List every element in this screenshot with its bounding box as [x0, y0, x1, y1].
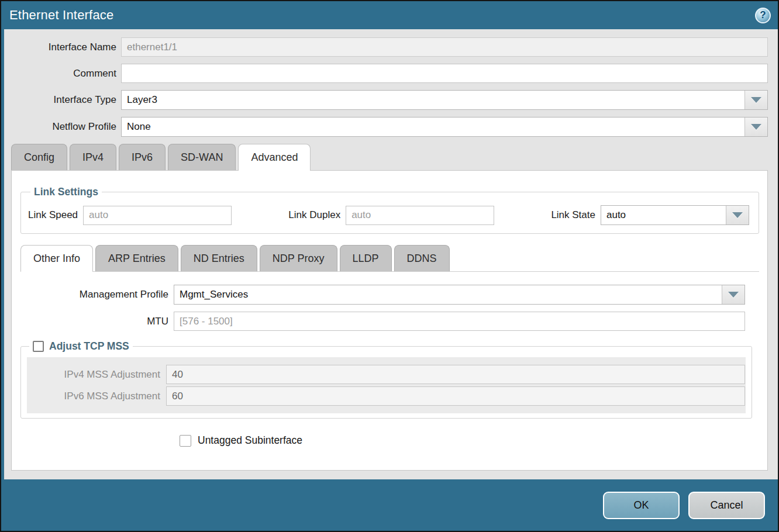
dialog-content: Interface Name Comment Interface Type La… — [4, 29, 778, 479]
tab-advanced[interactable]: Advanced — [238, 144, 311, 170]
interface-type-value: Layer3 — [122, 91, 744, 109]
link-duplex-group: Link Duplex — [288, 206, 494, 225]
tab-lldp[interactable]: LLDP — [340, 245, 392, 271]
interface-name-field — [121, 37, 768, 57]
netflow-profile-label: Netflow Profile — [11, 121, 121, 133]
adjust-tcp-mss-legend: Adjust TCP MSS — [29, 340, 133, 353]
mtu-label: MTU — [20, 316, 174, 327]
ipv4-mss-label: IPv4 MSS Adjustment — [27, 369, 166, 381]
untagged-subinterface-checkbox[interactable] — [180, 435, 191, 447]
netflow-profile-dropdown[interactable]: None — [121, 117, 768, 137]
link-speed-field[interactable] — [83, 206, 232, 225]
tab-arp-entries[interactable]: ARP Entries — [95, 245, 178, 271]
link-duplex-field[interactable] — [346, 206, 494, 225]
ipv6-mss-field — [166, 386, 745, 406]
chevron-down-icon — [751, 97, 761, 103]
management-profile-dropdown[interactable]: Mgmt_Services — [174, 285, 745, 305]
interface-type-row: Interface Type Layer3 — [11, 90, 768, 110]
tab-ddns[interactable]: DDNS — [394, 245, 450, 271]
dialog-title: Ethernet Interface — [9, 8, 113, 23]
link-state-dropdown-button[interactable] — [726, 206, 749, 224]
adjust-tcp-mss-label: Adjust TCP MSS — [49, 340, 129, 353]
management-profile-value: Mgmt_Services — [174, 285, 722, 304]
sub-tab-strip: Other Info ARP Entries ND Entries NDP Pr… — [20, 245, 759, 271]
netflow-profile-value: None — [122, 118, 744, 136]
tab-ipv6[interactable]: IPv6 — [119, 144, 166, 170]
tab-ndp-proxy[interactable]: NDP Proxy — [260, 245, 337, 271]
ipv4-mss-field — [166, 365, 745, 384]
main-tab-strip: Config IPv4 IPv6 SD-WAN Advanced — [11, 144, 768, 170]
advanced-tab-panel: Link Settings Link Speed Link Duplex Lin… — [11, 170, 768, 471]
chevron-down-icon — [732, 212, 743, 218]
adjust-tcp-mss-checkbox[interactable] — [33, 341, 44, 352]
adjust-tcp-mss-fieldset: Adjust TCP MSS IPv4 MSS Adjustment IPv6 … — [20, 340, 752, 419]
chevron-down-icon — [751, 124, 761, 130]
ipv6-mss-label: IPv6 MSS Adjustment — [27, 391, 166, 402]
mss-disabled-area: IPv4 MSS Adjustment IPv6 MSS Adjustment — [27, 357, 746, 413]
netflow-profile-row: Netflow Profile None — [11, 117, 768, 137]
interface-type-label: Interface Type — [11, 94, 121, 106]
link-speed-group: Link Speed — [28, 206, 232, 225]
link-settings-fieldset: Link Settings Link Speed Link Duplex Lin… — [20, 186, 759, 234]
link-state-value: auto — [601, 206, 726, 224]
chevron-down-icon — [728, 292, 739, 298]
help-icon[interactable]: ? — [755, 8, 771, 23]
management-profile-dropdown-button[interactable] — [722, 285, 744, 304]
management-profile-row: Management Profile Mgmt_Services — [20, 285, 752, 305]
title-bar: Ethernet Interface ? — [1, 1, 778, 29]
comment-label: Comment — [11, 68, 121, 80]
comment-field[interactable] — [121, 64, 768, 83]
tab-nd-entries[interactable]: ND Entries — [181, 245, 257, 271]
link-duplex-label: Link Duplex — [288, 209, 346, 221]
footer-bar: OK Cancel — [1, 479, 778, 531]
ipv6-mss-row: IPv6 MSS Adjustment — [27, 386, 745, 406]
mtu-row: MTU — [20, 312, 752, 331]
cancel-button[interactable]: Cancel — [688, 492, 765, 519]
tab-config[interactable]: Config — [11, 144, 67, 170]
link-state-dropdown[interactable]: auto — [601, 205, 749, 225]
link-speed-label: Link Speed — [28, 209, 83, 221]
interface-name-row: Interface Name — [11, 37, 768, 57]
ipv4-mss-row: IPv4 MSS Adjustment — [27, 365, 745, 384]
link-settings-row: Link Speed Link Duplex Link State auto — [28, 204, 752, 225]
tab-other-info[interactable]: Other Info — [20, 245, 93, 271]
mtu-field[interactable] — [174, 312, 745, 331]
link-state-label: Link State — [551, 209, 601, 221]
tab-ipv4[interactable]: IPv4 — [70, 144, 116, 170]
comment-row: Comment — [11, 64, 768, 83]
ok-button[interactable]: OK — [603, 492, 680, 519]
other-info-panel: Management Profile Mgmt_Services MTU Adj… — [20, 271, 759, 447]
tab-sdwan[interactable]: SD-WAN — [168, 144, 236, 170]
interface-type-dropdown-button[interactable] — [744, 91, 767, 109]
interface-type-dropdown[interactable]: Layer3 — [121, 90, 768, 110]
link-settings-legend: Link Settings — [30, 186, 102, 198]
interface-name-label: Interface Name — [11, 42, 121, 53]
untagged-subinterface-label: Untagged Subinterface — [198, 434, 302, 447]
link-state-group: Link State auto — [551, 205, 749, 225]
management-profile-label: Management Profile — [20, 289, 174, 300]
ethernet-interface-dialog: Ethernet Interface ? Interface Name Comm… — [0, 0, 779, 532]
netflow-profile-dropdown-button[interactable] — [744, 118, 767, 136]
untagged-subinterface-row: Untagged Subinterface — [180, 434, 752, 447]
